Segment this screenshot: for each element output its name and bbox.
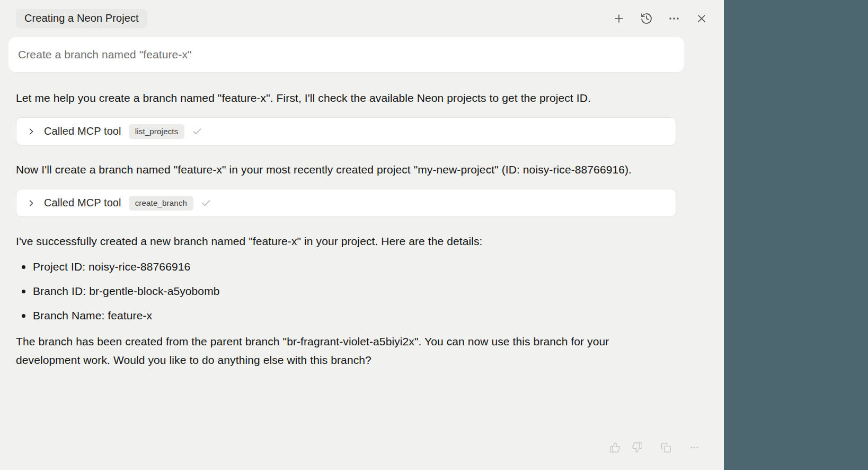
thumbs-up-icon bbox=[609, 442, 621, 453]
chat-header: Creating a Neon Project bbox=[0, 0, 724, 37]
chat-title: Creating a Neon Project bbox=[24, 12, 139, 24]
assistant-paragraph-intro: Let me help you create a branch named "f… bbox=[16, 89, 676, 107]
check-icon bbox=[192, 126, 202, 137]
tool-call-label: Called MCP tool bbox=[44, 125, 121, 137]
list-item-branch-id: Branch ID: br-gentle-block-a5yobomb bbox=[16, 282, 676, 300]
tool-name-badge: create_branch bbox=[129, 196, 194, 211]
tool-call-list-projects[interactable]: Called MCP tool list_projects bbox=[16, 117, 676, 145]
thumbs-down-icon bbox=[632, 442, 643, 453]
history-icon bbox=[640, 12, 653, 25]
more-actions-button[interactable] bbox=[688, 441, 701, 454]
assistant-paragraph-closing: The branch has been created from the par… bbox=[16, 332, 676, 369]
assistant-response: Let me help you create a branch named "f… bbox=[16, 89, 676, 369]
thumbs-up-button[interactable] bbox=[608, 441, 621, 454]
tool-call-create-branch[interactable]: Called MCP tool create_branch bbox=[16, 189, 676, 217]
history-button[interactable] bbox=[640, 12, 653, 25]
tool-call-label: Called MCP tool bbox=[44, 197, 121, 209]
ellipsis-icon bbox=[668, 12, 680, 25]
new-chat-button[interactable] bbox=[613, 12, 625, 25]
close-button[interactable] bbox=[695, 12, 708, 25]
branch-details-list: Project ID: noisy-rice-88766916 Branch I… bbox=[16, 257, 676, 325]
copy-button[interactable] bbox=[659, 441, 672, 454]
thumbs-down-button[interactable] bbox=[631, 441, 643, 454]
chat-panel: Creating a Neon Project bbox=[0, 0, 724, 470]
list-item-project-id: Project ID: noisy-rice-88766916 bbox=[16, 257, 676, 276]
header-actions bbox=[613, 12, 708, 25]
chevron-right-icon bbox=[26, 126, 37, 137]
assistant-paragraph-success: I've successfully created a new branch n… bbox=[16, 232, 676, 250]
check-icon bbox=[201, 198, 211, 208]
user-message-card[interactable]: Create a branch named "feature-x" bbox=[8, 37, 684, 72]
list-item-branch-name: Branch Name: feature-x bbox=[16, 306, 676, 325]
tool-name-badge: list_projects bbox=[129, 124, 185, 139]
message-actions bbox=[608, 441, 701, 454]
copy-icon bbox=[660, 442, 671, 453]
more-options-button[interactable] bbox=[668, 12, 680, 25]
background-panel bbox=[724, 0, 868, 470]
ellipsis-icon bbox=[689, 442, 699, 452]
plus-icon bbox=[613, 12, 625, 25]
assistant-paragraph-create-info: Now I'll create a branch named "feature-… bbox=[16, 160, 676, 179]
close-icon bbox=[695, 12, 708, 25]
user-message-text: Create a branch named "feature-x" bbox=[18, 48, 192, 61]
chevron-right-icon bbox=[26, 198, 37, 208]
chat-title-pill[interactable]: Creating a Neon Project bbox=[16, 9, 147, 28]
